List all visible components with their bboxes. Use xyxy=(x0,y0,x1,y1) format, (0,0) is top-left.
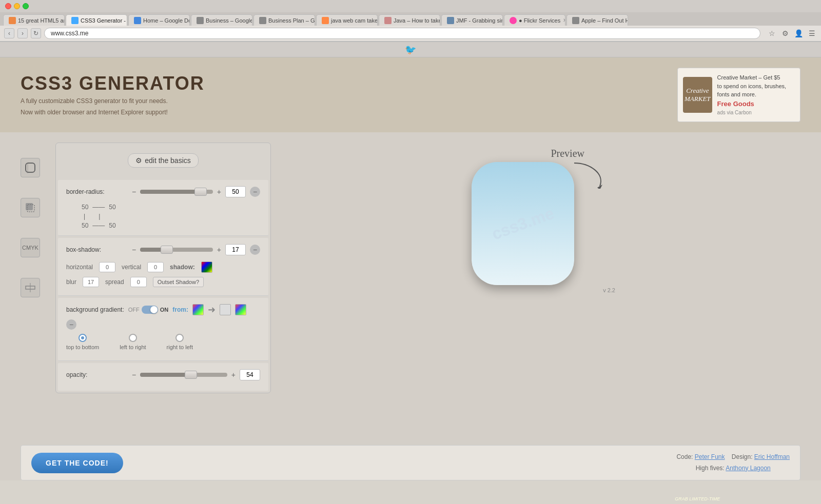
opacity-minus[interactable]: − xyxy=(132,371,136,379)
edit-basics-label: edit the basics xyxy=(145,156,191,165)
border-radius-label: border-radius: xyxy=(66,188,128,195)
box-shadow-sub2: blur 17 spread 0 Outset Shadow? xyxy=(66,275,260,289)
tabs-bar: 15 great HTML5 an... ✕ CSS3 Generator - … xyxy=(0,12,821,26)
refresh-button[interactable]: ↻ xyxy=(31,28,41,38)
br-arrows: | | xyxy=(82,213,116,220)
tab-8[interactable]: JMF - Grabbing sim... ✕ xyxy=(441,14,503,26)
tab-favicon-6 xyxy=(322,17,329,24)
from-color-swatch[interactable] xyxy=(192,304,204,315)
border-radius-value[interactable]: 50 xyxy=(225,186,246,197)
preview-container: Preview css3.me v 2.2 xyxy=(472,148,615,293)
ad-small: ads via Carbon xyxy=(717,109,795,116)
box-shadow-icon[interactable] xyxy=(21,198,40,217)
credits: Code: Peter Funk Design: Eric Hoffman Hi… xyxy=(676,452,790,474)
shadow-color-swatch[interactable] xyxy=(201,261,212,273)
br-br: 50 xyxy=(109,222,115,229)
extensions-icon[interactable]: ⚙ xyxy=(780,28,790,38)
tab-label-1: 15 great HTML5 an... xyxy=(18,17,65,24)
br-row2: 50 —— 50 xyxy=(82,222,116,229)
design-author[interactable]: Eric Hoffman xyxy=(754,453,790,460)
opacity-icon[interactable] xyxy=(21,278,40,297)
preview-watermark: css3.me xyxy=(489,204,556,244)
gradient-collapse[interactable]: − xyxy=(66,319,76,330)
box-shadow-value[interactable]: 17 xyxy=(225,244,246,255)
box-shadow-fill xyxy=(140,248,162,252)
opacity-thumb[interactable] xyxy=(185,371,197,379)
tab-7[interactable]: Java – How to take... ✕ xyxy=(379,14,440,26)
opacity-plus[interactable]: + xyxy=(231,371,236,379)
gradient-toggle[interactable]: OFF ON xyxy=(128,306,169,314)
radio-right-to-left[interactable]: right to left xyxy=(167,334,193,350)
box-shadow-row: box-shadow: − + 17 − xyxy=(66,244,260,255)
toggle-track[interactable] xyxy=(142,306,158,314)
tab-4[interactable]: Business – Google ... ✕ xyxy=(191,14,252,26)
preview-label: Preview xyxy=(472,148,584,159)
header-subtitle1: A fully customizable CSS3 generator to f… xyxy=(21,96,205,106)
shadow-label: shadow: xyxy=(170,264,195,271)
opacity-track[interactable] xyxy=(140,373,227,377)
border-radius-thumb[interactable] xyxy=(194,188,207,196)
horizontal-label: horizontal xyxy=(66,264,93,271)
box-shadow-thumb[interactable] xyxy=(161,246,173,254)
tab-5[interactable]: Business Plan – Go... ✕ xyxy=(253,14,315,26)
border-radius-section: border-radius: − + 50 − 50 —— xyxy=(58,180,268,236)
opacity-value[interactable]: 54 xyxy=(240,369,260,380)
tab-10[interactable]: Apple – Find Out H... ✕ xyxy=(566,14,628,26)
toggle-on-label: ON xyxy=(160,307,169,313)
icon-column: CMYK xyxy=(21,143,40,297)
minimize-button[interactable] xyxy=(14,3,20,9)
vertical-value[interactable]: 0 xyxy=(147,262,164,272)
tab-favicon-7 xyxy=(384,17,392,24)
tab-3[interactable]: Home – Google Do... ✕ xyxy=(128,14,190,26)
maximize-button[interactable] xyxy=(23,3,29,9)
border-radius-collapse[interactable]: − xyxy=(250,187,260,197)
br-tr: 50 xyxy=(109,204,115,211)
tab-9[interactable]: ● Flickr Services ✕ xyxy=(504,14,565,26)
person-icon[interactable]: 👤 xyxy=(793,28,804,38)
browser-chrome: 15 great HTML5 an... ✕ CSS3 Generator - … xyxy=(0,0,821,42)
border-radius-track[interactable] xyxy=(140,190,213,194)
radio-left-to-right[interactable]: left to right xyxy=(120,334,146,350)
tab-label-6: java web cam take... xyxy=(331,17,378,24)
code-author[interactable]: Peter Funk xyxy=(695,453,725,460)
tab-favicon-10 xyxy=(572,17,579,24)
header-left: CSS3 GENERATOR A fully customizable CSS3… xyxy=(21,73,205,117)
box-shadow-collapse[interactable]: − xyxy=(250,245,260,255)
box-shadow-minus[interactable]: − xyxy=(132,246,136,254)
bookmark-icon[interactable]: ☆ xyxy=(767,28,777,38)
br-arrow-left: | xyxy=(84,213,85,220)
tab-close-9[interactable]: ✕ xyxy=(563,17,565,23)
back-button[interactable]: ‹ xyxy=(4,28,14,38)
spread-label: spread xyxy=(105,278,124,286)
get-code-button[interactable]: GET THE CODE! xyxy=(31,453,123,473)
url-input[interactable]: www.css3.me xyxy=(44,28,760,39)
blur-value[interactable]: 17 xyxy=(83,277,99,287)
forward-button[interactable]: › xyxy=(17,28,28,38)
box-shadow-plus[interactable]: + xyxy=(217,246,221,254)
border-radius-minus[interactable]: − xyxy=(132,188,136,196)
twitter-icon[interactable]: 🐦 xyxy=(405,44,416,55)
ad-box[interactable]: CreativeMARKET GRAB LIMITED-TIME Creativ… xyxy=(677,68,800,122)
border-radius-icon[interactable] xyxy=(21,158,40,177)
highfives-author[interactable]: Anthony Lagoon xyxy=(726,465,770,472)
tab-favicon-1 xyxy=(9,17,16,24)
horizontal-value[interactable]: 0 xyxy=(99,262,115,272)
tab-favicon-4 xyxy=(197,17,204,24)
border-radius-plus[interactable]: + xyxy=(217,188,221,196)
spread-value[interactable]: 0 xyxy=(130,277,147,287)
outset-shadow-button[interactable]: Outset Shadow? xyxy=(153,277,204,287)
border-radius-fill xyxy=(140,190,198,194)
to-color-swatch[interactable] xyxy=(235,304,246,315)
toolbar-icons: ☆ ⚙ 👤 ☰ xyxy=(767,28,817,38)
box-shadow-track[interactable] xyxy=(140,248,213,252)
close-button[interactable] xyxy=(5,3,11,9)
edit-basics-button[interactable]: ⚙ edit the basics xyxy=(128,153,199,168)
radio-top-to-bottom[interactable]: top to bottom xyxy=(66,334,99,350)
menu-icon[interactable]: ☰ xyxy=(807,28,817,38)
radio-circle-3 xyxy=(175,334,184,342)
ad-logo: CreativeMARKET GRAB LIMITED-TIME xyxy=(683,77,712,113)
gradient-icon[interactable]: CMYK xyxy=(21,238,40,257)
tab-1[interactable]: 15 great HTML5 an... ✕ xyxy=(3,14,65,26)
tab-2[interactable]: CSS3 Generator - B... ✕ xyxy=(66,14,127,26)
tab-6[interactable]: java web cam take... ✕ xyxy=(316,14,378,26)
